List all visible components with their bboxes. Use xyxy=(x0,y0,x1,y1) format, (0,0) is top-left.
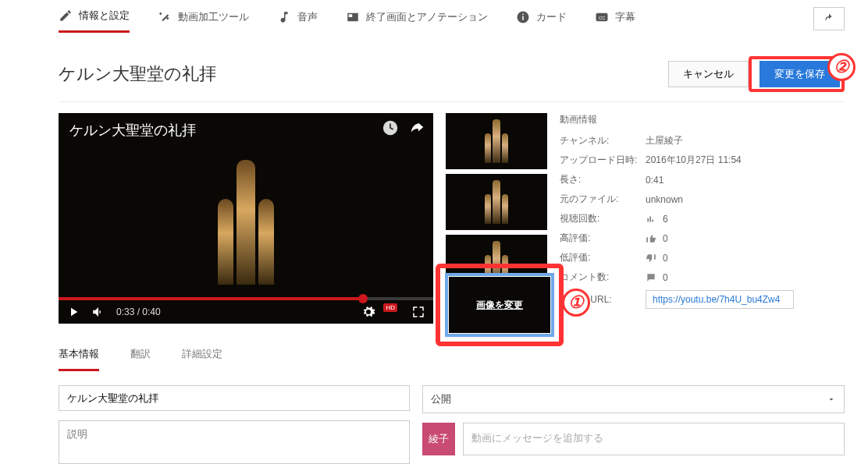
custom-thumb-highlight: 画像を変更 xyxy=(436,264,564,346)
undo-button[interactable] xyxy=(813,7,845,30)
title-input[interactable] xyxy=(59,385,410,411)
comments-value: 0 xyxy=(663,272,668,283)
undo-icon xyxy=(822,13,836,24)
svg-text:CC: CC xyxy=(599,16,606,20)
watch-later-icon[interactable] xyxy=(382,119,399,136)
likes-value: 0 xyxy=(663,233,668,244)
page-title: ケルン大聖堂の礼拝 xyxy=(59,62,662,86)
volume-icon[interactable] xyxy=(91,305,105,319)
cancel-button[interactable]: キャンセル xyxy=(668,61,749,87)
settings-gear-icon[interactable] xyxy=(361,305,375,319)
endscreen-icon xyxy=(346,10,360,24)
fullscreen-icon[interactable] xyxy=(411,305,425,319)
views-value: 6 xyxy=(663,214,668,225)
change-image-label: 画像を変更 xyxy=(476,299,523,312)
views-label: 視聴回数: xyxy=(560,212,646,225)
svg-rect-0 xyxy=(349,14,353,17)
channel-value: 土屋綾子 xyxy=(646,134,683,147)
tab-label: 動画加工ツール xyxy=(178,10,249,24)
tab-cards[interactable]: カード xyxy=(516,10,567,32)
player-controls: 0:33 / 0:40 HD xyxy=(59,300,433,324)
upload-value: 2016年10月27日 11:54 xyxy=(646,154,742,167)
tab-label: 終了画面とアノテーション xyxy=(366,10,488,24)
video-frame-art xyxy=(191,144,301,285)
svg-rect-3 xyxy=(522,13,524,15)
video-player[interactable]: ケルン大聖堂の礼拝 0:33 / 0:40 HD xyxy=(59,113,433,324)
title-row: ケルン大聖堂の礼拝 キャンセル 変更を保存 xyxy=(59,34,845,102)
avatar: 綾子 xyxy=(422,423,455,455)
top-tabs: 情報と設定 動画加工ツール 音声 終了画面とアノテーション カード CC 字幕 xyxy=(59,0,845,34)
annotation-1: ① xyxy=(562,289,590,317)
tab-label: 情報と設定 xyxy=(79,9,130,23)
thumbnail-option-1[interactable] xyxy=(446,113,547,169)
tab-audio[interactable]: 音声 xyxy=(277,10,318,32)
thumbnail-option-2[interactable] xyxy=(446,174,547,230)
basic-form: 公開 綾子 動画にメッセージを追加する xyxy=(59,385,845,464)
length-label: 長さ: xyxy=(560,173,646,186)
annotation-2: ② xyxy=(827,53,856,81)
svg-rect-2 xyxy=(522,16,524,19)
subtab-translations[interactable]: 翻訳 xyxy=(130,347,151,371)
thumbs-down-icon xyxy=(646,253,656,264)
length-value: 0:41 xyxy=(646,175,663,186)
comment-icon xyxy=(646,272,656,283)
share-message-input[interactable]: 動画にメッセージを追加する xyxy=(463,423,845,455)
tab-endscreen[interactable]: 終了画面とアノテーション xyxy=(346,10,488,32)
cc-icon: CC xyxy=(595,10,609,24)
privacy-select[interactable]: 公開 xyxy=(422,385,845,413)
tab-label: 音声 xyxy=(297,10,318,24)
music-note-icon xyxy=(277,10,291,24)
video-url-box[interactable]: https://youtu.be/7h4U_bu4Zw4 xyxy=(646,290,794,309)
video-title-overlay: ケルン大聖堂の礼拝 xyxy=(69,121,196,140)
tab-subtitles[interactable]: CC 字幕 xyxy=(595,10,635,32)
pencil-icon xyxy=(59,9,73,23)
tab-enhancements[interactable]: 動画加工ツール xyxy=(158,10,249,32)
thumbs-up-icon xyxy=(646,233,656,244)
orig-label: 元のファイル: xyxy=(560,193,646,206)
info-circle-icon xyxy=(516,10,530,24)
video-info-panel: 動画情報 チャンネル:土屋綾子 アップロード日時:2016年10月27日 11:… xyxy=(560,113,845,324)
views-icon xyxy=(646,214,656,225)
dislikes-value: 0 xyxy=(663,253,668,264)
share-icon[interactable] xyxy=(408,119,425,136)
tab-label: カード xyxy=(536,10,567,24)
dislikes-label: 低評価: xyxy=(560,251,646,264)
comments-label: コメント数: xyxy=(560,271,646,284)
custom-thumbnail-button[interactable]: 画像を変更 xyxy=(449,277,550,333)
privacy-value: 公開 xyxy=(431,392,451,406)
chevron-down-icon xyxy=(827,395,836,404)
wand-icon xyxy=(158,10,172,24)
orig-value: unknown xyxy=(646,194,683,205)
play-icon[interactable] xyxy=(66,305,80,319)
sub-tabs: 基本情報 翻訳 詳細設定 xyxy=(59,347,845,371)
channel-label: チャンネル: xyxy=(560,134,646,147)
description-input[interactable] xyxy=(59,420,410,464)
info-header: 動画情報 xyxy=(560,113,845,126)
subtab-advanced[interactable]: 詳細設定 xyxy=(182,347,222,371)
tab-info-settings[interactable]: 情報と設定 xyxy=(59,9,130,33)
subtab-basic[interactable]: 基本情報 xyxy=(59,347,99,371)
tab-label: 字幕 xyxy=(615,10,635,24)
upload-label: アップロード日時: xyxy=(560,154,646,167)
time-display: 0:33 / 0:40 xyxy=(116,306,161,317)
likes-label: 高評価: xyxy=(560,232,646,245)
